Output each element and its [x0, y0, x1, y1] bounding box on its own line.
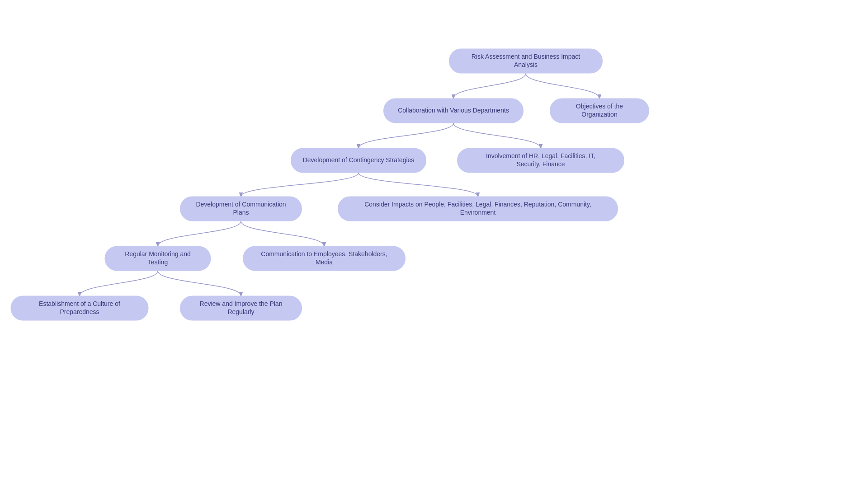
connector-n2-n4 [359, 123, 453, 148]
node-text-n3-line-1: Organization [581, 111, 617, 118]
node-text-n7-line-1: Environment [460, 209, 496, 216]
diagram: Risk Assessment and Business ImpactAnaly… [0, 0, 868, 488]
node-n6: Development of CommunicationPlans [180, 197, 302, 221]
node-n10: Establishment of a Culture ofPreparednes… [11, 296, 149, 321]
node-text-n10-line-1: Preparedness [60, 308, 99, 315]
node-n2: Collaboration with Various Departments [383, 99, 524, 123]
node-n11: Review and Improve the PlanRegularly [180, 296, 302, 321]
node-text-n5-line-1: Security, Finance [516, 160, 565, 168]
connector-n8-n11 [158, 271, 241, 296]
connector-n6-n8 [158, 221, 241, 246]
node-text-n9-line-0: Communication to Employees, Stakeholders… [261, 250, 387, 258]
node-n4: Development of Contingency Strategies [291, 148, 426, 173]
node-n1: Risk Assessment and Business ImpactAnaly… [449, 49, 603, 74]
node-text-n3-line-0: Objectives of the [576, 103, 623, 110]
connector-n1-n2 [453, 74, 526, 99]
node-text-n2-line-0: Collaboration with Various Departments [398, 107, 509, 114]
connector-n4-n7 [359, 173, 478, 197]
node-text-n6-line-1: Plans [233, 209, 249, 216]
node-text-n5-line-0: Involvement of HR, Legal, Facilities, IT… [486, 152, 595, 160]
connector-n4-n6 [241, 173, 359, 197]
node-n3: Objectives of theOrganization [550, 99, 649, 123]
node-n9: Communication to Employees, Stakeholders… [243, 246, 406, 271]
node-text-n7-line-0: Consider Impacts on People, Facilities, … [364, 201, 591, 208]
connector-n1-n3 [526, 74, 599, 99]
node-n5: Involvement of HR, Legal, Facilities, IT… [457, 148, 624, 173]
node-text-n1-line-1: Analysis [514, 61, 538, 68]
node-text-n11-line-1: Regularly [227, 308, 254, 315]
node-text-n8-line-1: Testing [148, 258, 168, 266]
node-n8: Regular Monitoring andTesting [105, 246, 211, 271]
node-text-n8-line-0: Regular Monitoring and [125, 250, 191, 258]
connector-n6-n9 [241, 221, 324, 246]
node-text-n6-line-0: Development of Communication [196, 201, 286, 208]
node-text-n10-line-0: Establishment of a Culture of [39, 300, 120, 307]
node-text-n4-line-0: Development of Contingency Strategies [303, 156, 415, 164]
node-text-n11-line-0: Review and Improve the Plan [200, 300, 283, 307]
node-n7: Consider Impacts on People, Facilities, … [338, 197, 618, 221]
node-text-n1-line-0: Risk Assessment and Business Impact [472, 53, 580, 60]
connector-n2-n5 [453, 123, 541, 148]
connector-n8-n10 [80, 271, 158, 296]
node-text-n9-line-1: Media [316, 258, 333, 266]
